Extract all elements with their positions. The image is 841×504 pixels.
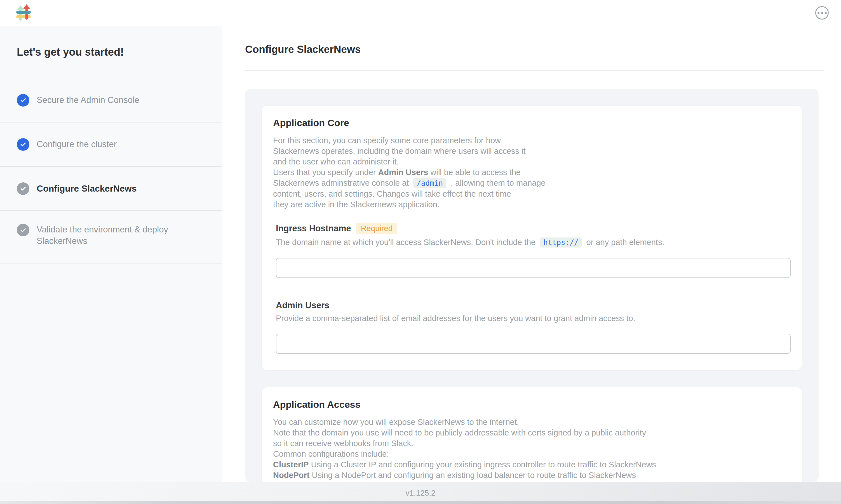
sidebar-step-configure-cluster[interactable]: Configure the cluster: [0, 123, 221, 167]
step-label: Configure SlackerNews: [37, 183, 137, 194]
step-label: Configure the cluster: [37, 139, 117, 149]
card-description: You can customize how you will expose Sl…: [273, 417, 791, 482]
content-row: Let's get you started! Secure the Admin …: [0, 26, 841, 482]
ingress-hostname-label: Ingress Hostname: [276, 223, 351, 234]
field-label-row: Admin Users: [276, 300, 791, 310]
sidebar-heading: Let's get you started!: [0, 26, 221, 78]
check-icon: [17, 182, 29, 195]
config-main-panel: Configure SlackerNews Application Core F…: [221, 26, 841, 482]
sidebar-step-secure-admin-console[interactable]: Secure the Admin Console: [0, 78, 221, 123]
ingress-hostname-field: Ingress Hostname Required The domain nam…: [273, 223, 791, 278]
page: Let's get you started! Secure the Admin …: [0, 0, 841, 504]
version-text: v1.125.2: [406, 489, 435, 498]
ingress-hostname-input[interactable]: [276, 258, 791, 278]
admin-users-label: Admin Users: [276, 300, 329, 310]
slackernews-logo-icon: [16, 4, 31, 22]
field-label-row: Ingress Hostname Required: [276, 223, 791, 234]
application-core-card: Application Core For this section, you c…: [262, 106, 802, 370]
admin-users-help: Provide a comma-separated list of email …: [276, 313, 791, 324]
application-access-card: Application Access You can customize how…: [262, 388, 802, 482]
card-title: Application Access: [273, 399, 791, 410]
step-label: Validate the environment & deploy Slacke…: [37, 224, 193, 247]
sidebar-step-validate-and-deploy[interactable]: Validate the environment & deploy Slacke…: [0, 211, 221, 264]
check-icon: [17, 224, 29, 236]
version-footer: v1.125.2: [0, 482, 841, 504]
card-title: Application Core: [273, 118, 791, 128]
page-title: Configure SlackerNews: [245, 43, 824, 55]
required-badge: Required: [356, 223, 397, 234]
sidebar-step-configure-slackernews[interactable]: Configure SlackerNews: [0, 167, 221, 211]
setup-steps-sidebar: Let's get you started! Secure the Admin …: [0, 26, 221, 482]
overflow-menu-button[interactable]: [815, 6, 829, 20]
card-description: For this section, you can specify some c…: [273, 135, 791, 210]
ellipsis-menu-icon: [818, 12, 820, 14]
config-groups-container: Application Core For this section, you c…: [245, 89, 819, 482]
check-icon: [17, 138, 29, 151]
ingress-hostname-help: The domain name at which you'll access S…: [276, 237, 791, 248]
admin-users-field: Admin Users Provide a comma-separated li…: [273, 300, 791, 354]
admin-users-input[interactable]: [276, 334, 791, 354]
top-bar: [0, 0, 841, 26]
check-icon: [17, 94, 29, 107]
step-label: Secure the Admin Console: [37, 95, 139, 105]
title-divider: [245, 70, 824, 71]
